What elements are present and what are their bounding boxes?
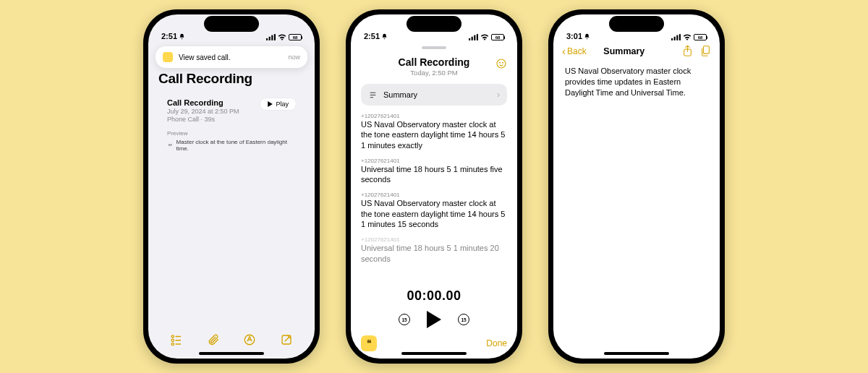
svg-rect-12 [469, 38, 470, 40]
page-title: Call Recording [158, 71, 305, 87]
preview-label: Preview [167, 130, 296, 137]
markup-icon[interactable] [243, 333, 256, 346]
nav-bar: ‹ Back Summary [553, 42, 720, 61]
battery-icon: 68 [289, 34, 302, 40]
notes-app-icon [163, 52, 173, 62]
nav-title: Summary [571, 46, 678, 56]
phone-1: 2:51 68 View saved call. now Call Record… [143, 9, 320, 364]
copy-icon[interactable] [700, 45, 711, 57]
skip-forward-button[interactable]: 15 [458, 314, 469, 325]
status-time: 2:51 [364, 32, 380, 40]
svg-rect-25 [679, 34, 681, 40]
svg-point-8 [171, 343, 174, 345]
sheet-grabber[interactable] [422, 46, 446, 49]
battery-icon: 68 [694, 34, 707, 40]
home-indicator[interactable] [401, 352, 467, 355]
svg-rect-0 [266, 38, 268, 40]
cellular-icon [469, 34, 478, 40]
svg-rect-15 [477, 34, 478, 40]
card-date: July 29, 2024 at 2:50 PM [167, 108, 239, 115]
summary-label: Summary [383, 90, 417, 99]
transcript-list[interactable]: +12027621401US Naval Observatory master … [361, 113, 507, 284]
svg-point-16 [497, 59, 506, 68]
svg-rect-13 [472, 37, 473, 40]
svg-rect-24 [676, 35, 678, 40]
recording-card[interactable]: Call Recording July 29, 2024 at 2:50 PM … [158, 91, 305, 159]
dnd-icon [179, 33, 185, 40]
toast-when: now [288, 53, 300, 61]
phone-2: 2:51 68 Call Recording Today, 2:50 PM Su… [346, 9, 522, 364]
sheet-subtitle: Today, 2:50 PM [361, 69, 507, 77]
notch [609, 16, 664, 32]
compose-icon[interactable] [280, 333, 293, 346]
skip-back-button[interactable]: 15 [399, 314, 410, 325]
playback-time: 00:00.00 [351, 288, 517, 304]
card-meta: Phone Call · 39s [167, 116, 239, 123]
svg-rect-23 [674, 37, 676, 40]
done-button[interactable]: Done [486, 338, 507, 348]
sheet-title: Call Recording [361, 56, 507, 68]
chevron-right-icon: › [497, 90, 500, 100]
svg-rect-1 [269, 37, 271, 40]
svg-rect-2 [271, 35, 273, 40]
transcript-item: +12027621401US Naval Observatory master … [361, 192, 507, 229]
share-icon[interactable] [682, 45, 693, 57]
wifi-icon [683, 34, 692, 40]
svg-point-17 [500, 62, 501, 63]
svg-point-4 [171, 335, 174, 338]
transcript-item: +12027621401US Naval Observatory master … [361, 113, 507, 150]
transcript-item: +12027621401Universal time 18 hours 5 1 … [361, 158, 507, 185]
battery-icon: 68 [491, 34, 504, 40]
play-button[interactable]: Play [260, 98, 296, 110]
preview-text: Master clock at the tone of Eastern dayl… [176, 139, 296, 152]
summary-button[interactable]: Summary › [361, 84, 507, 106]
notch [204, 16, 259, 32]
cellular-icon [266, 34, 276, 40]
summary-text: US Naval Observatory master clock provid… [553, 61, 720, 103]
dnd-icon [584, 33, 590, 40]
emoji-icon[interactable] [495, 58, 507, 69]
svg-rect-3 [274, 34, 276, 40]
player: 00:00.00 15 15 [351, 284, 517, 330]
svg-rect-22 [671, 38, 673, 40]
phone-3: 3:01 68 ‹ Back Summary US Naval Observat… [548, 9, 725, 364]
play-icon [268, 101, 273, 107]
transcript-item: +12027621401Universal time 18 hours 5 1 … [361, 236, 507, 264]
notification-toast[interactable]: View saved call. now [156, 46, 307, 68]
status-time: 2:51 [161, 32, 177, 40]
svg-point-6 [171, 339, 174, 341]
svg-rect-27 [703, 46, 709, 53]
home-indicator[interactable] [199, 352, 264, 355]
dnd-icon [381, 33, 388, 40]
play-button[interactable] [426, 311, 442, 328]
attachment-icon[interactable] [207, 333, 220, 346]
notch [407, 16, 461, 32]
cellular-icon [671, 34, 681, 40]
svg-rect-14 [474, 35, 475, 40]
wifi-icon [278, 34, 286, 40]
card-title: Call Recording [167, 98, 239, 107]
svg-point-18 [503, 62, 503, 63]
toast-text: View saved call. [179, 53, 282, 61]
transcript-toggle-button[interactable]: ❝ [361, 335, 377, 351]
summary-icon [368, 90, 378, 100]
checklist-icon[interactable] [170, 333, 183, 346]
quote-icon [167, 142, 174, 149]
status-time: 3:01 [566, 32, 582, 40]
wifi-icon [480, 34, 489, 40]
home-indicator[interactable] [604, 352, 669, 355]
